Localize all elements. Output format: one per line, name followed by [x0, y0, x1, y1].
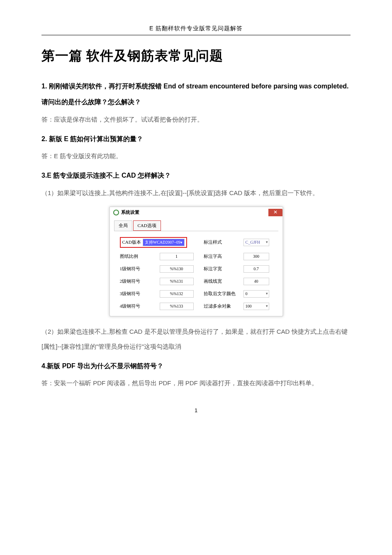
- app-icon: [113, 210, 119, 215]
- label-cad-version: CAD版本: [122, 239, 141, 245]
- label-annot-style: 标注样式: [204, 239, 234, 245]
- cad-version-row: CAD版本 支持WCAD2007~09▾: [120, 237, 194, 248]
- paragraph-3-1: （1）如果梁可以连接上,其他构件连接不上,在[设置]--[系统设置]选择 CAD…: [41, 186, 351, 200]
- dialog-screenshot: 系统设置 ✕ 全局 CAD选项 CAD版本 支持WCAD2007~09▾: [41, 206, 351, 317]
- label-annot-width: 标注字宽: [204, 266, 234, 272]
- question-4: 4.新版 PDF 导出为什么不显示钢筋符号？: [41, 358, 351, 374]
- question-3: 3.E 筋专业版提示连接不上 CAD 怎样解决？: [41, 168, 351, 183]
- settings-form: CAD版本 支持WCAD2007~09▾ 标注样式 C_GJFH 图纸比例 1 …: [114, 235, 278, 310]
- dialog-titlebar: 系统设置 ✕: [110, 207, 282, 218]
- dialog-tabs: 全局 CAD选项: [114, 220, 278, 231]
- input-rebar2[interactable]: %%131: [160, 278, 194, 285]
- dropdown-annot-style[interactable]: C_GJFH: [243, 239, 269, 246]
- input-rebar4[interactable]: %%133: [160, 303, 194, 310]
- label-pick-color: 拾取后文字颜色: [204, 291, 234, 297]
- answer-2: 答：E 筋专业版没有此功能。: [41, 149, 351, 164]
- label-rebar1: 1级钢符号: [120, 266, 150, 272]
- dropdown-filter-extra[interactable]: 100: [243, 303, 269, 310]
- tab-cad-options[interactable]: CAD选项: [133, 220, 161, 231]
- label-filter-extra: 过滤多余对象: [204, 303, 234, 309]
- label-rebar3: 3级钢符号: [120, 291, 150, 297]
- chapter-title: 第一篇 软件及钢筋表常见问题: [41, 47, 351, 65]
- label-paper-scale: 图纸比例: [120, 253, 150, 259]
- input-paper-scale[interactable]: 1: [160, 253, 194, 260]
- paragraph-3-2: （2）如果梁也连接不上,那检查 CAD 是不是以管理员身份运行了，如果是，就在打…: [41, 324, 351, 354]
- label-line-width: 画线线宽: [204, 278, 234, 284]
- page-header: E 筋翻样软件专业版常见问题解答: [41, 25, 351, 35]
- tab-global[interactable]: 全局: [114, 220, 132, 231]
- question-1: 1. 刚刚错误关闭软件，再打开时系统报错 End of stream encou…: [41, 78, 351, 110]
- label-rebar2: 2级钢符号: [120, 278, 150, 284]
- input-line-width[interactable]: 40: [243, 278, 269, 285]
- answer-4: 答：安装一个福昕 PDF 阅读器，然后导出 PDF，用 PDF 阅读器打开，直接…: [41, 376, 351, 391]
- label-annot-height: 标注字高: [204, 253, 234, 259]
- input-annot-height[interactable]: 300: [243, 253, 269, 260]
- dropdown-pick-color[interactable]: 0: [243, 290, 269, 298]
- document-page: E 筋翻样软件专业版常见问题解答 第一篇 软件及钢筋表常见问题 1. 刚刚错误关…: [0, 0, 392, 430]
- answer-1: 答：应该是保存出错，文件损坏了。试试看把备份的打开。: [41, 112, 351, 127]
- dropdown-cad-version[interactable]: 支持WCAD2007~09▾: [143, 239, 185, 246]
- system-settings-dialog: 系统设置 ✕ 全局 CAD选项 CAD版本 支持WCAD2007~09▾: [109, 206, 283, 317]
- input-annot-width[interactable]: 0.7: [243, 265, 269, 273]
- input-rebar3[interactable]: %%132: [160, 290, 194, 298]
- input-rebar1[interactable]: %%130: [160, 265, 194, 273]
- question-2: 2. 新版 E 筋如何计算出预算的量？: [41, 131, 351, 147]
- dialog-title-text: 系统设置: [121, 209, 139, 215]
- close-icon[interactable]: ✕: [268, 209, 282, 216]
- label-rebar4: 4级钢符号: [120, 303, 150, 309]
- page-number: 1: [41, 407, 351, 413]
